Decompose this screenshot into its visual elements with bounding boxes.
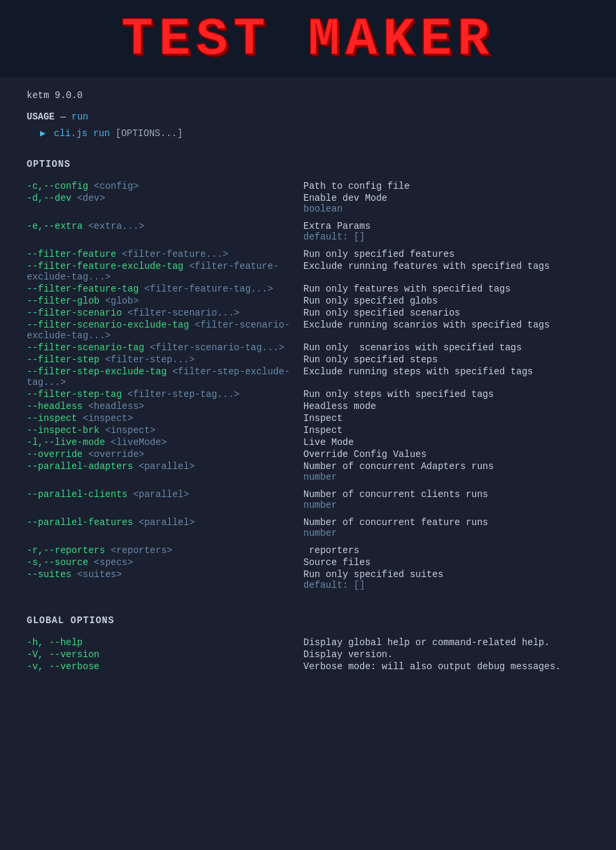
table-row: -c,--config <config> Path to config file <box>27 180 589 192</box>
table-row: --filter-scenario-exclude-tag <filter-sc… <box>27 319 589 342</box>
opt-desc: Live Mode <box>303 437 354 448</box>
spacer <box>27 511 589 516</box>
opt-desc: Run only specified scenarios <box>303 308 460 318</box>
opt-flag: -l,--live-mode <liveMode> <box>27 437 167 448</box>
usage-label: USAGE <box>27 111 55 122</box>
opt-desc: Run only features with specified tags <box>303 284 511 294</box>
opt-desc: reporters <box>303 545 359 556</box>
opt-desc: Number of concurrent Adapters runs <box>303 461 494 472</box>
usage-cmd: run <box>71 111 88 122</box>
opt-flag: --filter-feature-tag <filter-feature-tag… <box>27 284 273 294</box>
table-row: --filter-step-exclude-tag <filter-step-e… <box>27 366 589 388</box>
opt-desc: Run only specified features <box>303 249 455 260</box>
opt-desc: Run only specified suites <box>303 569 443 580</box>
global-opt-flag: -v, --verbose <box>27 661 99 672</box>
opt-flag: --filter-scenario-exclude-tag <filter-sc… <box>27 320 290 341</box>
table-row: -v, --verbose Verbose mode: will also ou… <box>27 661 589 673</box>
table-row: --filter-feature <filter-feature...> Run… <box>27 248 589 260</box>
global-opt-desc: Verbose mode: will also output debug mes… <box>303 661 561 672</box>
table-row: --filter-glob <glob> Run only specified … <box>27 295 589 307</box>
opt-desc: Extra Params <box>303 221 371 232</box>
table-row: -r,--reporters <reporters> reporters <box>27 544 589 556</box>
opt-desc: Inspect <box>303 413 343 424</box>
opt-desc: Number of concurrent feature runs <box>303 517 488 528</box>
table-row: --headless <headless> Headless mode <box>27 400 589 412</box>
opt-desc: Inspect <box>303 425 343 436</box>
opt-flag: --filter-feature-exclude-tag <filter-fea… <box>27 261 279 282</box>
opt-sub: number <box>303 528 337 538</box>
global-opt-flag: -h, --help <box>27 637 83 648</box>
table-row: --filter-scenario-tag <filter-scenario-t… <box>27 342 589 354</box>
spacer <box>27 539 589 544</box>
options-section-header: OPTIONS <box>27 159 589 169</box>
opt-desc: Run only scenarios with specified tags <box>303 342 522 353</box>
opt-flag: --parallel-features <parallel> <box>27 517 195 528</box>
opt-sub: default: [] <box>303 232 365 242</box>
global-options-table: -h, --help Display global help or comman… <box>27 636 589 673</box>
opt-desc: Path to config file <box>303 181 410 191</box>
table-row: --filter-feature-exclude-tag <filter-fea… <box>27 260 589 283</box>
opt-desc: Enable dev Mode <box>303 193 387 203</box>
opt-flag: -c,--config <config> <box>27 181 139 191</box>
opt-sub: number <box>303 472 337 482</box>
opt-flag: --filter-step-tag <filter-step-tag...> <box>27 389 239 400</box>
spacer <box>27 483 589 488</box>
header: TEST MAKER <box>0 0 616 77</box>
opt-desc: Number of concurrent clients runs <box>303 489 488 500</box>
opt-flag: --filter-scenario <filter-scenario...> <box>27 308 239 318</box>
opt-sub: number <box>303 500 337 510</box>
opt-flag: -e,--extra <extra...> <box>27 221 144 232</box>
usage-example: ▶ cli.js run [OPTIONS...] <box>40 127 589 139</box>
usage-dash: — <box>60 111 71 122</box>
options-table: -c,--config <config> Path to config file… <box>27 180 589 591</box>
opt-sub: default: [] <box>303 580 365 590</box>
opt-flag: -r,--reporters <reporters> <box>27 545 172 556</box>
spacer <box>27 215 589 220</box>
main-content: ketm 9.0.0 USAGE — run ▶ cli.js run [OPT… <box>0 77 616 693</box>
opt-flag: -d,--dev <dev> <box>27 193 105 203</box>
example-cmd: cli.js run <box>54 128 110 139</box>
global-opt-desc: Display global help or command-related h… <box>303 637 550 648</box>
table-row: --parallel-features <parallel> Number of… <box>27 516 589 539</box>
table-row: --suites <suites> Run only specified sui… <box>27 568 589 591</box>
opt-flag: -s,--source <specs> <box>27 557 133 568</box>
table-row: -V, --version Display version. <box>27 649 589 661</box>
table-row: --inspect <inspect> Inspect <box>27 412 589 424</box>
table-row: --filter-feature-tag <filter-feature-tag… <box>27 283 589 295</box>
app-title: TEST MAKER <box>20 13 596 67</box>
opt-flag: --parallel-adapters <parallel> <box>27 461 195 472</box>
opt-desc: Exclude running steps with specified tag… <box>303 366 533 377</box>
table-row: --filter-scenario <filter-scenario...> R… <box>27 307 589 319</box>
opt-flag: --filter-step <filter-step...> <box>27 354 195 365</box>
opt-flag: --filter-scenario-tag <filter-scenario-t… <box>27 342 284 353</box>
table-row: -l,--live-mode <liveMode> Live Mode <box>27 436 589 448</box>
opt-desc: Run only specified globs <box>303 296 438 306</box>
opt-flag: --suites <suites> <box>27 569 122 580</box>
table-row: --parallel-clients <parallel> Number of … <box>27 488 589 511</box>
opt-desc: Headless mode <box>303 401 376 412</box>
opt-flag: --filter-feature <filter-feature...> <box>27 249 228 260</box>
opt-desc: Source files <box>303 557 371 568</box>
opt-desc: Run only steps with specified tags <box>303 389 494 400</box>
opt-flag: --inspect <inspect> <box>27 413 133 424</box>
example-args: [OPTIONS...] <box>115 128 183 139</box>
triangle-icon: ▶ <box>40 128 45 139</box>
usage-section: USAGE — run <box>27 111 589 122</box>
opt-sub: boolean <box>303 203 343 214</box>
global-options-section-header: GLOBAL OPTIONS <box>27 615 589 626</box>
opt-flag: --parallel-clients <parallel> <box>27 489 189 500</box>
opt-flag: --headless <headless> <box>27 401 144 412</box>
opt-desc: Exclude running features with specified … <box>303 261 550 272</box>
table-row: -d,--dev <dev> Enable dev Mode boolean <box>27 192 589 215</box>
table-row: --filter-step-tag <filter-step-tag...> R… <box>27 388 589 400</box>
table-row: -e,--extra <extra...> Extra Params defau… <box>27 220 589 243</box>
version-label: ketm 9.0.0 <box>27 90 589 101</box>
table-row: -s,--source <specs> Source files <box>27 556 589 568</box>
opt-desc: Exclude running scanrios with specified … <box>303 320 550 330</box>
opt-flag: --override <override> <box>27 449 144 460</box>
table-row: --inspect-brk <inspect> Inspect <box>27 424 589 436</box>
table-row: --override <override> Override Config Va… <box>27 448 589 460</box>
global-opt-desc: Display version. <box>303 649 393 660</box>
table-row: --filter-step <filter-step...> Run only … <box>27 354 589 366</box>
global-opt-flag: -V, --version <box>27 649 99 660</box>
